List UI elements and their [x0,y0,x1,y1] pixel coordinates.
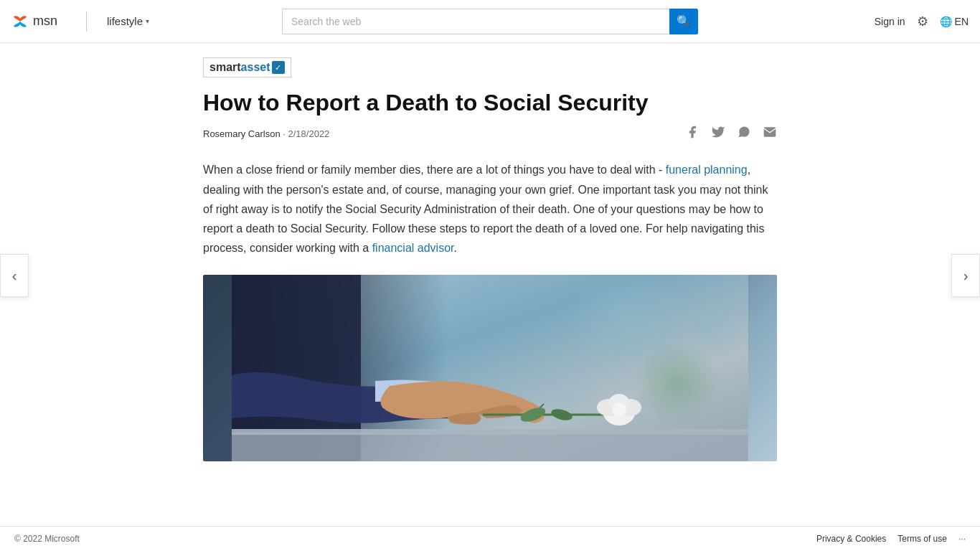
funeral-planning-link[interactable]: funeral planning [666,164,748,176]
msn-logo[interactable]: msn [11,13,57,30]
lifestyle-nav[interactable]: lifestyle ▾ [107,15,149,27]
financial-advisor-link[interactable]: financial advisor [372,242,454,254]
search-icon: 🔍 [677,14,691,28]
site-footer: © 2022 Microsoft Privacy & Cookies Terms… [0,526,980,551]
source-logo[interactable]: smartasset ✓ [203,57,291,77]
author-line: Rosemary Carlson · 2/18/2022 [203,125,777,143]
whatsapp-share-icon[interactable] [737,125,751,143]
search-button[interactable]: 🔍 [669,9,698,34]
twitter-share-icon[interactable] [711,125,725,143]
article-title: How to Report a Death to Social Security [203,89,777,116]
footer-links: Privacy & Cookies Terms of use ··· [816,534,966,544]
article-image-container [203,275,777,461]
chevron-right-icon: › [963,268,969,284]
lifestyle-label: lifestyle [107,15,143,27]
article-text-part1: When a close friend or family member die… [203,164,666,176]
article-date: 2/18/2022 [288,128,330,139]
main-content: smartasset ✓ How to Report a Death to So… [146,43,834,476]
svg-point-4 [684,307,741,357]
privacy-cookies-link[interactable]: Privacy & Cookies [816,534,886,544]
article-body: When a close friend or family member die… [203,160,777,258]
header-divider [86,11,87,32]
footer-more-button[interactable]: ··· [958,534,966,544]
language-button[interactable]: 🌐 EN [940,16,969,27]
globe-icon: 🌐 [940,16,952,27]
search-input[interactable] [282,9,669,34]
terms-of-use-link[interactable]: Terms of use [897,534,947,544]
msn-butterfly-icon [11,13,29,30]
facebook-share-icon[interactable] [685,125,699,143]
next-arrow-button[interactable]: › [951,254,980,297]
source-smart-text: smart [209,61,241,73]
msn-text: msn [33,14,57,29]
settings-icon[interactable]: ⚙ [917,14,928,29]
author-separator: · [283,128,288,139]
author-info: Rosemary Carlson · 2/18/2022 [203,128,329,139]
svg-point-15 [612,402,626,417]
source-checkmark-icon: ✓ [272,61,285,74]
article-text-part3: . [454,242,457,254]
prev-arrow-button[interactable]: ‹ [0,254,29,297]
chevron-left-icon: ‹ [12,268,17,284]
language-label: EN [955,16,969,27]
svg-rect-16 [232,433,748,461]
search-bar: 🔍 [282,9,698,34]
source-logo-text: smartasset [209,61,270,74]
social-share-bar [685,125,777,143]
source-asset-text: asset [241,61,270,73]
sign-in-button[interactable]: Sign in [875,16,905,27]
svg-rect-17 [232,429,748,435]
header-right: Sign in ⚙ 🌐 EN [875,14,969,29]
article-text-part2: , dealing with the person's estate and, … [203,164,768,254]
article-image-svg [203,275,777,461]
email-share-icon[interactable] [763,125,777,143]
copyright-text: © 2022 Microsoft [14,534,80,544]
lifestyle-chevron-icon: ▾ [146,17,149,25]
article-image [203,275,777,461]
author-name: Rosemary Carlson [203,128,281,139]
site-header: msn lifestyle ▾ 🔍 Sign in ⚙ 🌐 EN [0,0,980,43]
